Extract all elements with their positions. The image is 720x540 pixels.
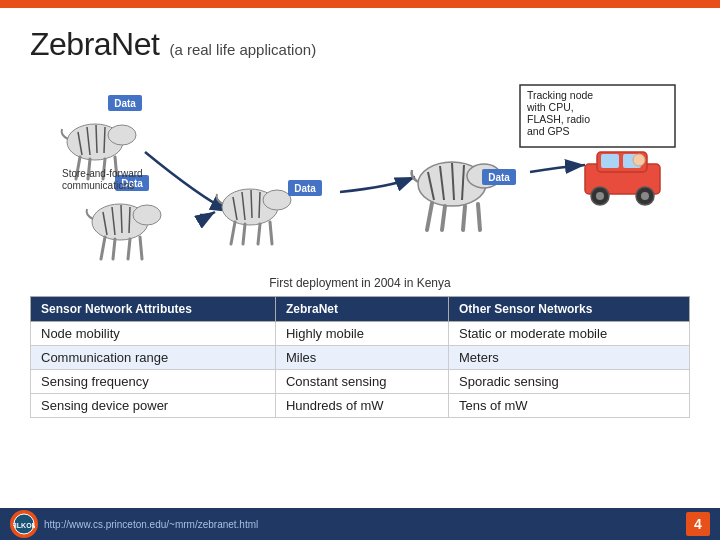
logo-area: FILKOM http://www.cs.princeton.edu/~mrm/… [10,510,258,538]
svg-point-24 [133,205,161,225]
svg-text:Data: Data [114,98,136,109]
svg-text:and GPS: and GPS [527,125,570,137]
svg-text:Data: Data [294,183,316,194]
table-cell-2-0: Sensing frequency [31,370,276,394]
page-title: ZebraNet [30,26,159,63]
svg-point-1 [67,124,123,160]
svg-line-46 [440,166,444,200]
svg-rect-60 [520,85,675,147]
table-cell-0-2: Static or moderate mobile [449,322,690,346]
svg-point-59 [633,154,645,166]
svg-rect-54 [623,154,641,168]
table-cell-3-0: Sensing device power [31,394,276,418]
svg-line-16 [243,224,245,244]
svg-point-55 [591,187,609,205]
page-number: 4 [686,512,710,536]
table-cell-3-1: Hundreds of mW [275,394,448,418]
svg-line-3 [76,157,80,179]
svg-text:Tracking node: Tracking node [527,89,593,101]
svg-line-15 [231,222,235,244]
svg-point-57 [596,192,604,200]
table-cell-2-1: Constant sensing [275,370,448,394]
diagram-area: Data [30,77,690,272]
svg-point-14 [263,190,291,210]
svg-line-26 [113,239,115,259]
svg-line-41 [427,203,432,230]
table-cell-1-2: Meters [449,346,690,370]
table-cell-3-2: Tens of mW [449,394,690,418]
svg-point-2 [108,125,136,145]
svg-line-10 [104,127,105,153]
svg-line-25 [101,237,105,259]
svg-line-7 [78,132,82,155]
svg-line-44 [478,204,480,230]
top-accent-bar [0,0,720,8]
svg-line-21 [251,190,252,218]
svg-point-39 [418,162,486,206]
table-cell-1-0: Communication range [31,346,276,370]
table-cell-0-0: Node mobility [31,322,276,346]
svg-text:with CPU,: with CPU, [526,101,574,113]
svg-line-48 [462,165,464,200]
svg-point-23 [92,204,148,240]
svg-line-4 [88,159,90,179]
svg-text:FILKOM: FILKOM [13,522,35,529]
bottom-url: http://www.cs.princeton.edu/~mrm/zebrane… [44,519,258,530]
svg-text:Store-and-forward: Store-and-forward [62,168,143,179]
svg-line-42 [442,206,445,230]
svg-text:Data: Data [121,178,143,189]
svg-line-32 [129,207,130,233]
svg-text:FLASH, radio: FLASH, radio [527,113,590,125]
svg-line-19 [233,197,237,220]
svg-line-28 [140,237,142,259]
title-area: ZebraNet (a real life application) [30,26,690,63]
svg-text:communications: communications [62,180,134,191]
svg-point-58 [641,192,649,200]
table-header-1: ZebraNet [275,297,448,322]
svg-line-31 [121,205,122,233]
svg-rect-37 [288,180,322,196]
table-cell-2-2: Sporadic sensing [449,370,690,394]
svg-line-27 [128,239,130,259]
svg-line-5 [103,159,105,179]
svg-point-40 [467,164,501,188]
deployment-text: First deployment in 2004 in Kenya [30,276,690,290]
svg-rect-33 [115,175,149,191]
svg-text:Data: Data [488,172,510,183]
main-content: ZebraNet (a real life application) [0,8,720,418]
svg-rect-52 [597,152,647,172]
svg-line-6 [115,157,117,179]
svg-rect-51 [585,164,660,194]
svg-line-45 [428,172,434,200]
svg-line-22 [259,192,260,218]
table-cell-0-1: Highly mobile [275,322,448,346]
svg-rect-49 [482,169,516,185]
table-header-0: Sensor Network Attributes [31,297,276,322]
svg-line-17 [258,224,260,244]
svg-rect-11 [108,95,142,111]
table-header-2: Other Sensor Networks [449,297,690,322]
logo-icon: FILKOM [10,510,38,538]
svg-point-13 [222,189,278,225]
svg-line-9 [96,125,97,153]
attributes-table: Sensor Network Attributes ZebraNet Other… [30,296,690,418]
svg-line-20 [242,192,245,220]
svg-line-29 [103,212,107,235]
svg-line-30 [112,207,115,235]
svg-point-56 [636,187,654,205]
svg-line-18 [270,222,272,244]
bottom-bar: FILKOM http://www.cs.princeton.edu/~mrm/… [0,508,720,540]
svg-line-43 [463,206,465,230]
table-cell-1-1: Miles [275,346,448,370]
svg-line-8 [87,127,90,155]
svg-line-47 [452,163,454,200]
page-subtitle: (a real life application) [169,41,316,58]
svg-rect-53 [601,154,619,168]
